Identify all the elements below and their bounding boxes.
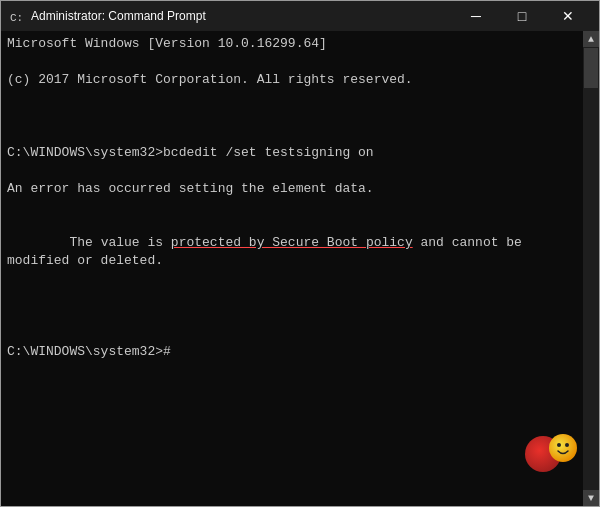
title-bar-controls: ─ □ ✕ xyxy=(453,1,591,31)
title-bar: C: Administrator: Command Prompt ─ □ ✕ xyxy=(1,1,599,31)
logo-area xyxy=(525,432,579,476)
scroll-track xyxy=(583,47,599,490)
terminal-line-4: C:\WINDOWS\system32>bcdedit /set testsig… xyxy=(7,144,577,162)
terminal-line-8: C:\WINDOWS\system32># xyxy=(7,343,577,361)
scroll-thumb[interactable] xyxy=(584,48,598,88)
terminal-line-7 xyxy=(7,307,577,325)
svg-point-3 xyxy=(557,443,561,447)
terminal-content: Microsoft Windows [Version 10.0.16299.64… xyxy=(1,31,599,506)
smiley-circle xyxy=(549,434,577,462)
logo-circles xyxy=(525,432,579,476)
terminal-line-3 xyxy=(7,107,577,125)
window-title: Administrator: Command Prompt xyxy=(31,9,206,23)
line6-underlined: protected by Secure Boot policy xyxy=(171,235,413,250)
scroll-down-arrow[interactable]: ▼ xyxy=(583,490,599,506)
cmd-icon: C: xyxy=(9,8,25,24)
terminal-line-1: Microsoft Windows [Version 10.0.16299.64… xyxy=(7,35,577,53)
maximize-button[interactable]: □ xyxy=(499,1,545,31)
line6-prefix: The value is xyxy=(69,235,170,250)
close-button[interactable]: ✕ xyxy=(545,1,591,31)
window: C: Administrator: Command Prompt ─ □ ✕ M… xyxy=(0,0,600,507)
svg-text:C:: C: xyxy=(10,12,23,24)
title-bar-left: C: Administrator: Command Prompt xyxy=(9,8,206,24)
scrollbar[interactable]: ▲ ▼ xyxy=(583,31,599,506)
terminal-line-6: The value is protected by Secure Boot po… xyxy=(7,216,577,289)
svg-point-4 xyxy=(565,443,569,447)
minimize-button[interactable]: ─ xyxy=(453,1,499,31)
terminal-line-5: An error has occurred setting the elemen… xyxy=(7,180,577,198)
scroll-up-arrow[interactable]: ▲ xyxy=(583,31,599,47)
terminal-line-2: (c) 2017 Microsoft Corporation. All righ… xyxy=(7,71,577,89)
svg-point-2 xyxy=(549,434,577,462)
